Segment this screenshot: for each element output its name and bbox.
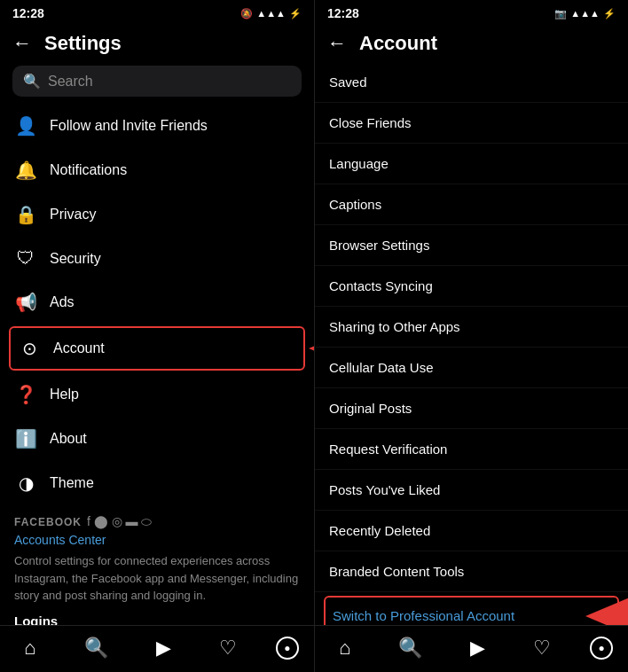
right-item-browser-settings[interactable]: Browser Settings [315,225,628,266]
right-panel: 12:28 📷 ▲▲▲ ⚡ ← Account Saved Close Frie… [314,0,628,672]
menu-label-security: Security [50,251,101,267]
menu-label-ads: Ads [50,294,75,310]
account-icon: ⊙ [18,338,41,359]
right-item-contacts-syncing[interactable]: Contacts Syncing [315,266,628,307]
privacy-icon: 🔒 [14,204,37,225]
account-menu-list: Saved Close Friends Language Captions Br… [315,62,628,625]
back-button-left[interactable]: ← [12,34,32,53]
switch-professional-container: Switch to Professional Account [315,596,628,625]
menu-item-ads[interactable]: 📢 Ads [0,280,314,324]
right-item-switch-professional[interactable]: Switch to Professional Account [324,596,619,625]
status-icons-right: 📷 ▲▲▲ ⚡ [554,8,616,20]
nav-home-right[interactable]: ⌂ [330,633,359,663]
menu-item-about[interactable]: ℹ️ About [0,417,314,461]
right-item-original-posts[interactable]: Original Posts [315,388,628,429]
right-item-close-friends[interactable]: Close Friends [315,103,628,144]
right-item-branded-content[interactable]: Branded Content Tools [315,551,628,592]
follow-icon: 👤 [14,115,37,137]
menu-label-theme: Theme [50,475,94,491]
facebook-header: FACEBOOK f ⬤ ◎ ▬ ⬭ [14,514,300,529]
theme-icon: ◑ [14,473,37,494]
menu-label-follow: Follow and Invite Friends [50,118,208,134]
menu-label-account: Account [53,340,105,356]
search-placeholder: Search [48,74,93,90]
menu-label-about: About [50,431,87,447]
right-item-captions[interactable]: Captions [315,184,628,225]
page-title-left: Settings [44,32,122,55]
menu-label-privacy: Privacy [50,207,96,223]
bottom-nav-left: ⌂ 🔍 ▶ ♡ ● [0,625,314,672]
notifications-icon: 🔔 [14,160,37,181]
facebook-section: FACEBOOK f ⬤ ◎ ▬ ⬭ Accounts Center Contr… [0,505,314,625]
menu-label-notifications: Notifications [50,162,127,178]
logins-label: Logins [14,613,300,626]
search-bar[interactable]: 🔍 Search [12,66,302,97]
nav-reels-right[interactable]: ▶ [461,633,494,663]
menu-label-help: Help [50,387,79,402]
right-item-posts-liked[interactable]: Posts You've Liked [315,470,628,511]
bottom-nav-right: ⌂ 🔍 ▶ ♡ ● [315,625,628,672]
header-right: ← Account [315,25,628,62]
nav-likes-left[interactable]: ♡ [210,633,246,663]
back-button-right[interactable]: ← [327,34,347,53]
about-icon: ℹ️ [14,428,37,449]
accounts-center-link[interactable]: Accounts Center [14,533,300,547]
menu-item-help[interactable]: ❓ Help [0,372,314,417]
status-bar-left: 12:28 🔕 ▲▲▲ ⚡ [0,0,314,25]
menu-item-security[interactable]: 🛡 Security [0,237,314,280]
status-bar-right: 12:28 📷 ▲▲▲ ⚡ [315,0,628,25]
right-item-sharing[interactable]: Sharing to Other Apps [315,307,628,348]
red-arrow-right [585,597,628,626]
security-icon: 🛡 [14,248,37,269]
nav-likes-right[interactable]: ♡ [524,633,560,663]
ads-icon: 📢 [14,292,37,313]
page-title-right: Account [359,32,437,55]
help-icon: ❓ [14,384,37,405]
svg-marker-1 [585,597,628,626]
menu-item-follow[interactable]: 👤 Follow and Invite Friends [0,104,314,148]
nav-home-left[interactable]: ⌂ [15,633,44,663]
search-icon: 🔍 [23,73,41,90]
right-item-saved[interactable]: Saved [315,62,628,103]
header-left: ← Settings [0,25,314,62]
right-item-cellular[interactable]: Cellular Data Use [315,348,628,388]
right-item-language[interactable]: Language [315,144,628,184]
time-left: 12:28 [12,6,44,20]
nav-search-left[interactable]: 🔍 [75,633,117,663]
nav-reels-left[interactable]: ▶ [147,633,180,663]
menu-item-notifications[interactable]: 🔔 Notifications [0,148,314,192]
menu-item-theme[interactable]: ◑ Theme [0,461,314,505]
facebook-icons: f ⬤ ◎ ▬ ⬭ [87,514,152,529]
time-right: 12:28 [327,6,359,20]
menu-item-privacy[interactable]: 🔒 Privacy [0,192,314,237]
left-panel: 12:28 🔕 ▲▲▲ ⚡ ← Settings 🔍 Search 👤 Foll… [0,0,314,672]
facebook-label: FACEBOOK [14,516,82,528]
menu-item-account[interactable]: ⊙ Account [9,326,305,371]
right-item-request-verification[interactable]: Request Verification [315,429,628,470]
nav-search-right[interactable]: 🔍 [389,633,431,663]
facebook-description: Control settings for connected experienc… [14,552,300,605]
nav-profile-left[interactable]: ● [276,637,299,660]
settings-menu-list: 👤 Follow and Invite Friends 🔔 Notificati… [0,104,314,625]
nav-profile-right[interactable]: ● [590,637,613,660]
status-icons-left: 🔕 ▲▲▲ ⚡ [240,8,302,20]
right-item-recently-deleted[interactable]: Recently Deleted [315,511,628,551]
